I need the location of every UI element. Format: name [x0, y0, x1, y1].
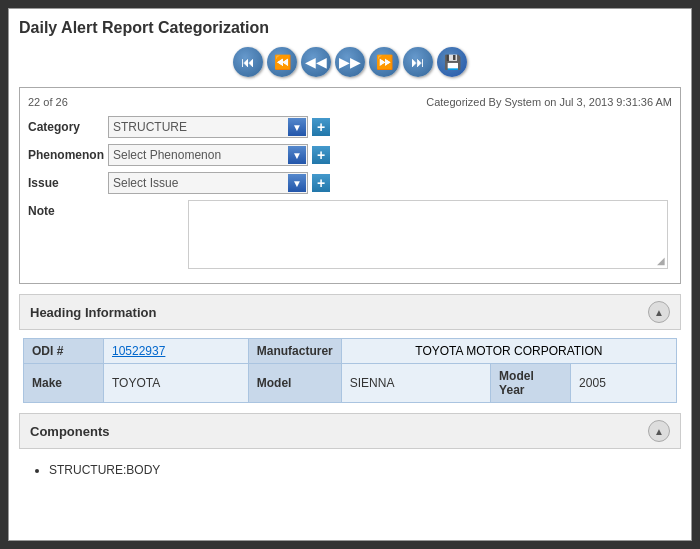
heading-info-collapse-button[interactable]: ▲: [648, 301, 670, 323]
form-section: 22 of 26 Categorized By System on Jul 3,…: [19, 87, 681, 284]
issue-label: Issue: [28, 176, 108, 190]
components-section: Components ▲ STRUCTURE:BODY: [19, 413, 681, 483]
table-row: Make TOYOTA Model SIENNA Model Year 2005: [24, 364, 677, 403]
make-value: TOYOTA: [104, 364, 249, 403]
heading-info-table-wrap: ODI # 10522937 Manufacturer TOYOTA MOTOR…: [19, 338, 681, 403]
forward-button[interactable]: ⏩: [369, 47, 399, 77]
model-year-value: 2005: [571, 364, 677, 403]
prev-button[interactable]: ◀◀: [301, 47, 331, 77]
main-container: Daily Alert Report Categorization ⏮ ⏪ ◀◀…: [8, 8, 692, 541]
components-title: Components: [30, 424, 109, 439]
model-label: Model: [248, 364, 341, 403]
note-label: Note: [28, 204, 108, 218]
components-list: STRUCTURE:BODY: [19, 457, 681, 483]
issue-control: Select Issue ▼ +: [108, 172, 330, 194]
categorized-by: Categorized By System on Jul 3, 2013 9:3…: [426, 96, 672, 108]
components-header: Components ▲: [19, 413, 681, 449]
odi-label: ODI #: [24, 339, 104, 364]
category-label: Category: [28, 120, 108, 134]
record-position: 22 of 26: [28, 96, 68, 108]
note-textarea[interactable]: [191, 203, 665, 263]
page-title: Daily Alert Report Categorization: [19, 19, 681, 37]
heading-info-header: Heading Information ▲: [19, 294, 681, 330]
phenomenon-add-button[interactable]: +: [312, 146, 330, 164]
issue-add-button[interactable]: +: [312, 174, 330, 192]
components-collapse-button[interactable]: ▲: [648, 420, 670, 442]
rewind-button[interactable]: ⏪: [267, 47, 297, 77]
issue-select[interactable]: Select Issue: [108, 172, 308, 194]
issue-select-wrapper: Select Issue ▼: [108, 172, 308, 194]
model-value: SIENNA: [341, 364, 490, 403]
model-year-label: Model Year: [491, 364, 571, 403]
plus-icon: +: [317, 176, 325, 190]
toolbar: ⏮ ⏪ ◀◀ ▶▶ ⏩ ⏭ 💾: [19, 47, 681, 77]
next-button[interactable]: ▶▶: [335, 47, 365, 77]
phenomenon-select-wrapper: Select Phenomenon ▼: [108, 144, 308, 166]
plus-icon: +: [317, 148, 325, 162]
note-row: Note ◢: [28, 200, 672, 269]
category-add-button[interactable]: +: [312, 118, 330, 136]
list-item: STRUCTURE:BODY: [49, 463, 671, 477]
category-select-wrapper: STRUCTURE ▼: [108, 116, 308, 138]
last-button[interactable]: ⏭: [403, 47, 433, 77]
plus-icon: +: [317, 120, 325, 134]
phenomenon-control: Select Phenomenon ▼ +: [108, 144, 330, 166]
phenomenon-row: Phenomenon Select Phenomenon ▼ +: [28, 144, 672, 166]
manufacturer-label: Manufacturer: [248, 339, 341, 364]
make-label: Make: [24, 364, 104, 403]
odi-value[interactable]: 10522937: [104, 339, 249, 364]
heading-info-section: Heading Information ▲ ODI # 10522937 Man…: [19, 294, 681, 403]
save-button[interactable]: 💾: [437, 47, 467, 77]
heading-info-title: Heading Information: [30, 305, 156, 320]
manufacturer-value: TOYOTA MOTOR CORPORATION: [341, 339, 676, 364]
category-row: Category STRUCTURE ▼ +: [28, 116, 672, 138]
first-button[interactable]: ⏮: [233, 47, 263, 77]
heading-info-table: ODI # 10522937 Manufacturer TOYOTA MOTOR…: [23, 338, 677, 403]
issue-row: Issue Select Issue ▼ +: [28, 172, 672, 194]
category-select[interactable]: STRUCTURE: [108, 116, 308, 138]
note-wrap: ◢: [188, 200, 668, 269]
table-row: ODI # 10522937 Manufacturer TOYOTA MOTOR…: [24, 339, 677, 364]
phenomenon-label: Phenomenon: [28, 148, 108, 162]
resize-handle-icon: ◢: [657, 255, 665, 266]
form-meta: 22 of 26 Categorized By System on Jul 3,…: [28, 96, 672, 108]
phenomenon-select[interactable]: Select Phenomenon: [108, 144, 308, 166]
category-control: STRUCTURE ▼ +: [108, 116, 330, 138]
